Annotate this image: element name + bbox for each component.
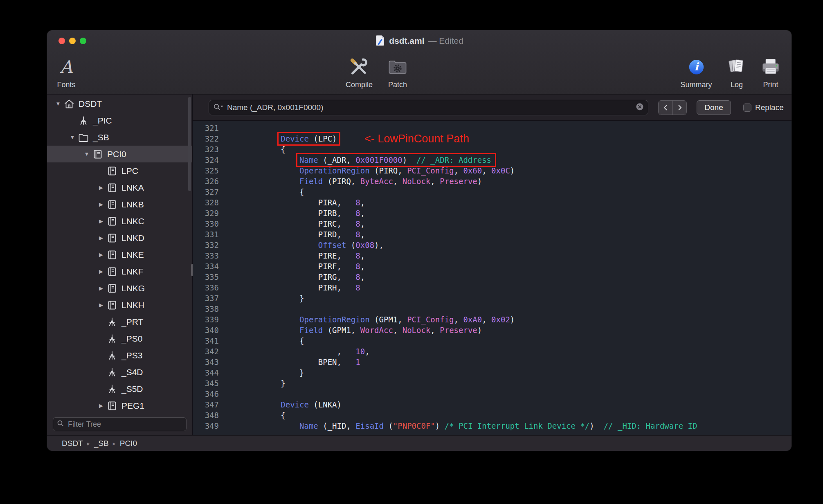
breadcrumb-separator-icon: ▸ — [113, 440, 116, 447]
tree-item-label: LNKF — [121, 267, 144, 277]
code-line-337[interactable]: 337 } — [195, 293, 792, 304]
method-icon — [106, 333, 118, 344]
line-number: 336 — [195, 282, 219, 293]
print-button[interactable]: Print — [760, 55, 781, 89]
log-button[interactable]: Log — [726, 55, 747, 89]
device-icon — [106, 199, 118, 210]
code-line-349[interactable]: 349 Name (_HID, EisaId ("PNP0C0F") /* PC… — [195, 421, 792, 431]
tree-item-LNKH[interactable]: ▶LNKH — [47, 297, 192, 313]
titlebar[interactable]: dsdt.aml — Edited — [47, 30, 792, 52]
replace-checkbox[interactable] — [743, 104, 751, 112]
code-line-348[interactable]: 348 { — [195, 410, 792, 421]
tree-item-LNKA[interactable]: ▶LNKA — [47, 179, 192, 196]
patch-folder-icon — [387, 55, 408, 79]
disclosure-closed-icon[interactable]: ▶ — [96, 403, 106, 409]
line-number: 341 — [195, 335, 219, 346]
code-line-336[interactable]: 336 PIRH, 8 — [195, 282, 792, 293]
code-line-345[interactable]: 345 } — [195, 378, 792, 389]
filter-tree-input[interactable] — [67, 420, 182, 429]
line-number: 325 — [195, 165, 219, 176]
tree-item-_S4D[interactable]: _S4D — [47, 364, 192, 380]
disclosure-closed-icon[interactable]: ▶ — [96, 252, 106, 258]
code-text: PIRE, 8, — [225, 250, 365, 261]
code-line-338[interactable]: 338 — [195, 304, 792, 314]
tree-item-PCI0[interactable]: ▼PCI0 — [47, 146, 192, 162]
tree-item-_SB[interactable]: ▼_SB — [47, 129, 192, 146]
code-line-346[interactable]: 346 — [195, 389, 792, 399]
find-previous-button[interactable] — [659, 101, 672, 115]
disclosure-open-icon[interactable]: ▼ — [67, 134, 78, 140]
code-line-333[interactable]: 333 PIRE, 8, — [195, 250, 792, 261]
device-icon — [92, 148, 103, 160]
disclosure-closed-icon[interactable]: ▶ — [96, 268, 106, 274]
zoom-button[interactable] — [80, 38, 86, 44]
tree-item-LPC[interactable]: LPC — [47, 162, 192, 179]
clear-search-icon[interactable] — [636, 103, 644, 112]
code-line-340[interactable]: 340 Field (GPM1, WordAcc, NoLock, Preser… — [195, 325, 792, 335]
code-line-326[interactable]: 326 Field (PIRQ, ByteAcc, NoLock, Preser… — [195, 176, 792, 187]
code-line-327[interactable]: 327 { — [195, 187, 792, 197]
code-line-331[interactable]: 331 PIRD, 8, — [195, 229, 792, 240]
disclosure-closed-icon[interactable]: ▶ — [96, 235, 106, 241]
disclosure-closed-icon[interactable]: ▶ — [96, 218, 106, 224]
code-line-342[interactable]: 342 , 10, — [195, 346, 792, 357]
code-text: Device (LNKA) — [225, 399, 342, 410]
disclosure-closed-icon[interactable]: ▶ — [96, 184, 106, 191]
line-number: 328 — [195, 197, 219, 208]
code-line-347[interactable]: 347 Device (LNKA) — [195, 399, 792, 410]
code-line-334[interactable]: 334 PIRF, 8, — [195, 261, 792, 272]
tree-item-_PS0[interactable]: _PS0 — [47, 330, 192, 347]
tree-item-LNKG[interactable]: ▶LNKG — [47, 280, 192, 297]
method-icon — [106, 383, 118, 395]
tree-item-PEG1[interactable]: ▶PEG1 — [47, 397, 192, 414]
find-input[interactable] — [226, 103, 633, 112]
done-button[interactable]: Done — [697, 100, 731, 115]
tree-item-DSDT[interactable]: ▼DSDT — [47, 95, 192, 112]
tree-item-_PIC[interactable]: _PIC — [47, 112, 192, 129]
info-icon: i — [687, 55, 706, 79]
window-chrome: dsdt.aml — Edited A Fonts Compile — [47, 30, 792, 94]
tree-item-LNKF[interactable]: ▶LNKF — [47, 263, 192, 280]
code-lines: 321322 Device (LPC)323 {324 Name (_ADR, … — [195, 123, 792, 431]
code-line-329[interactable]: 329 PIRB, 8, — [195, 208, 792, 218]
sidebar-scrollbar[interactable] — [188, 97, 191, 191]
code-line-344[interactable]: 344 } — [195, 367, 792, 378]
disclosure-closed-icon[interactable]: ▶ — [96, 201, 106, 207]
line-number: 335 — [195, 272, 219, 282]
disclosure-open-icon[interactable]: ▼ — [81, 151, 92, 157]
code-line-341[interactable]: 341 { — [195, 335, 792, 346]
find-next-button[interactable] — [672, 101, 686, 115]
tree-item-_PS3[interactable]: _PS3 — [47, 347, 192, 364]
code-line-339[interactable]: 339 OperationRegion (GPM1, PCI_Config, 0… — [195, 314, 792, 325]
tree-item-_S5D[interactable]: _S5D — [47, 380, 192, 397]
find-bar: Done Replace — [193, 94, 792, 121]
line-number: 345 — [195, 378, 219, 389]
tree-item-LNKB[interactable]: ▶LNKB — [47, 196, 192, 213]
tree-item-LNKD[interactable]: ▶LNKD — [47, 230, 192, 246]
code-line-328[interactable]: 328 PIRA, 8, — [195, 197, 792, 208]
tree-item-label: DSDT — [79, 99, 102, 109]
tree-item-LNKE[interactable]: ▶LNKE — [47, 246, 192, 263]
code-line-343[interactable]: 343 BPEN, 1 — [195, 357, 792, 367]
close-button[interactable] — [58, 38, 65, 44]
replace-label: Replace — [755, 103, 784, 112]
disclosure-closed-icon[interactable]: ▶ — [96, 302, 106, 308]
fonts-button[interactable]: A Fonts — [57, 55, 75, 89]
code-text: PIRD, 8, — [225, 229, 365, 240]
disclosure-open-icon[interactable]: ▼ — [53, 101, 63, 107]
minimize-button[interactable] — [69, 38, 76, 44]
breadcrumb-item-_SB[interactable]: _SB — [94, 439, 109, 448]
compile-button[interactable]: Compile — [346, 55, 373, 89]
search-icon[interactable] — [213, 103, 224, 112]
summary-button[interactable]: i Summary — [680, 55, 712, 89]
code-editor[interactable]: 321322 Device (LPC)323 {324 Name (_ADR, … — [193, 121, 792, 435]
disclosure-closed-icon[interactable]: ▶ — [96, 285, 106, 291]
breadcrumb-item-PCI0[interactable]: PCI0 — [120, 439, 137, 448]
breadcrumb-item-DSDT[interactable]: DSDT — [62, 439, 83, 448]
tree-item-LNKC[interactable]: ▶LNKC — [47, 213, 192, 230]
code-line-330[interactable]: 330 PIRC, 8, — [195, 218, 792, 229]
patch-button[interactable]: Patch — [387, 55, 408, 89]
code-line-335[interactable]: 335 PIRG, 8, — [195, 272, 792, 282]
tree-item-_PRT[interactable]: _PRT — [47, 313, 192, 330]
code-line-332[interactable]: 332 Offset (0x08), — [195, 240, 792, 250]
